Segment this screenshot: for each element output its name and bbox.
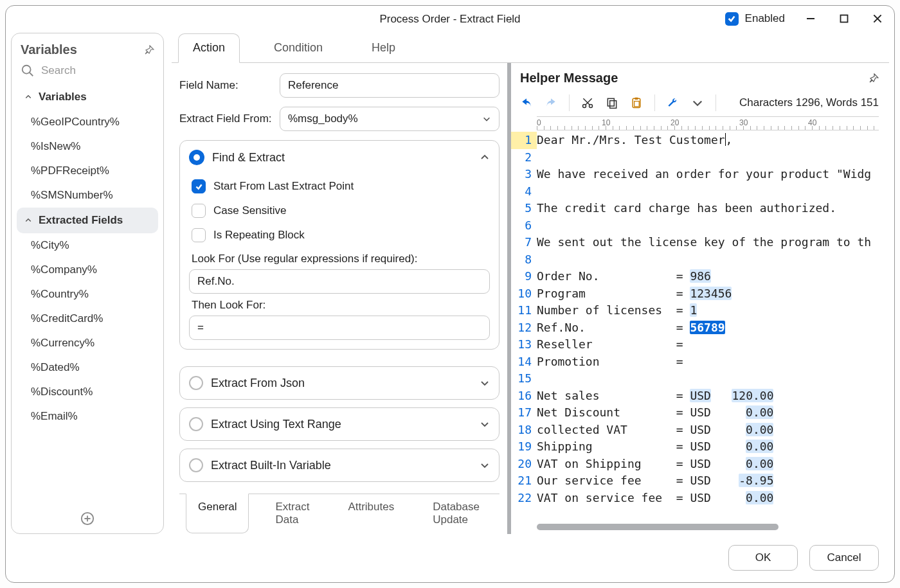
- editor-line[interactable]: 16Net sales = USD 120.00: [511, 388, 889, 405]
- chevron-down-icon: [482, 114, 491, 123]
- editor-line[interactable]: 12Ref.No. = 56789: [511, 319, 889, 337]
- action-form: Field Name: Reference Extract Field From…: [172, 63, 511, 534]
- editor-line[interactable]: 1Dear Mr./Mrs. Test Customer,: [511, 132, 889, 149]
- ok-button[interactable]: OK: [728, 545, 798, 571]
- editor-line[interactable]: 3We have received an order for your prod…: [511, 166, 889, 183]
- window-title: Process Order - Extract Field: [379, 13, 520, 26]
- svg-line-5: [30, 73, 33, 76]
- editor-line[interactable]: 6: [511, 217, 889, 235]
- sidebar-item[interactable]: %SMSNumber%: [17, 183, 158, 208]
- checkbox-start-last[interactable]: [192, 179, 206, 193]
- sidebar-item[interactable]: %City%: [17, 233, 158, 258]
- sidebar-item[interactable]: %GeoIPCountry%: [17, 110, 158, 134]
- wrench-icon[interactable]: [667, 96, 680, 109]
- collapsed-section[interactable]: Extract Using Text Range: [179, 407, 500, 441]
- chevron-down-icon: [480, 460, 490, 470]
- bottom-tab[interactable]: General: [186, 494, 249, 533]
- editor-line[interactable]: 17Net Discount = USD 0.00: [511, 404, 889, 422]
- editor-line[interactable]: 18collected VAT = USD 0.00: [511, 422, 889, 439]
- tab[interactable]: Action: [178, 33, 240, 63]
- redo-icon[interactable]: [544, 96, 557, 109]
- editor-line[interactable]: 5The credit card charge has been authori…: [511, 200, 889, 217]
- svg-rect-17: [634, 102, 640, 107]
- checkbox-repeating[interactable]: [192, 228, 206, 242]
- minimize-icon[interactable]: [803, 11, 818, 26]
- paste-icon[interactable]: [630, 96, 643, 109]
- editor-line[interactable]: 13Reseller =: [511, 336, 889, 353]
- section-title: Find & Extract: [212, 151, 285, 165]
- editor-line[interactable]: 21Our service fee = USD -8.95: [511, 472, 889, 490]
- undo-icon[interactable]: [520, 96, 533, 109]
- editor-line[interactable]: 9Order No. = 986: [511, 268, 889, 285]
- pin-icon[interactable]: [144, 45, 154, 55]
- add-icon[interactable]: [80, 512, 94, 526]
- radio-option[interactable]: [189, 417, 203, 431]
- chevron-down-icon[interactable]: [691, 96, 704, 109]
- search-placeholder: Search: [41, 64, 76, 77]
- horizontal-scrollbar[interactable]: [537, 524, 779, 530]
- svg-point-4: [22, 66, 31, 74]
- case-sensitive-label: Case Sensitive: [213, 204, 286, 217]
- collapsed-section[interactable]: Extract From Json: [179, 366, 500, 400]
- section-find-extract: Find & Extract Start From Last Extract P…: [179, 140, 500, 350]
- bottom-tab[interactable]: Database Update: [420, 494, 493, 533]
- editor-line[interactable]: 14Promotion =: [511, 353, 889, 371]
- sidebar-item[interactable]: %Dated%: [17, 355, 158, 380]
- tab[interactable]: Help: [357, 33, 410, 63]
- helper-editor[interactable]: 1Dear Mr./Mrs. Test Customer,23We have r…: [511, 130, 889, 521]
- field-name-input[interactable]: Reference: [280, 73, 500, 98]
- helper-title: Helper Message: [520, 71, 618, 85]
- svg-rect-13: [608, 98, 614, 106]
- helper-panel: Helper Message Characte: [511, 63, 889, 534]
- copy-icon[interactable]: [606, 96, 618, 109]
- extract-from-select[interactable]: %msg_body%: [280, 107, 500, 131]
- pin-icon[interactable]: [869, 73, 879, 84]
- svg-rect-1: [841, 15, 848, 22]
- editor-line[interactable]: 7We sent out the license key of the prog…: [511, 234, 889, 251]
- editor-line[interactable]: 15: [511, 370, 889, 388]
- sidebar-item[interactable]: %Company%: [17, 258, 158, 282]
- tab[interactable]: Condition: [259, 33, 338, 63]
- bottom-tab[interactable]: Attributes: [336, 494, 406, 533]
- close-icon[interactable]: [870, 11, 885, 26]
- editor-line[interactable]: 20VAT on Shipping = USD 0.00: [511, 456, 889, 473]
- maximize-icon[interactable]: [836, 11, 852, 26]
- repeating-label: Is Repeating Block: [213, 229, 305, 242]
- enabled-toggle[interactable]: Enabled: [725, 12, 785, 26]
- collapsed-section[interactable]: Extract Built-In Variable: [179, 449, 500, 482]
- sidebar-item[interactable]: %PDFReceipt%: [17, 159, 158, 183]
- look-for-input[interactable]: Ref.No.: [189, 269, 490, 294]
- sidebar-group[interactable]: Variables: [17, 84, 158, 110]
- sidebar-item[interactable]: %Email%: [17, 404, 158, 429]
- sidebar-group[interactable]: Extracted Fields: [17, 208, 158, 233]
- editor-line[interactable]: 22VAT on service fee = USD 0.00: [511, 490, 889, 507]
- sidebar-item[interactable]: %Currency%: [17, 331, 158, 355]
- editor-line[interactable]: 10Program = 123456: [511, 285, 889, 303]
- sidebar-item[interactable]: %CreditCard%: [17, 307, 158, 331]
- sidebar-item[interactable]: %Discount%: [17, 380, 158, 404]
- helper-status: Characters 1296, Words 151: [739, 96, 879, 109]
- chevron-up-icon[interactable]: [480, 152, 490, 163]
- radio-find-extract[interactable]: [189, 150, 204, 165]
- radio-option[interactable]: [189, 376, 203, 390]
- search-input[interactable]: Search: [21, 64, 154, 78]
- checkbox-case-sensitive[interactable]: [192, 204, 206, 218]
- then-look-label: Then Look For:: [189, 294, 490, 316]
- sidebar-variables: Variables Search Variables%GeoIPCountry%…: [11, 33, 164, 534]
- editor-line[interactable]: 2: [511, 149, 889, 166]
- editor-line[interactable]: 11Number of licenses = 1: [511, 302, 889, 319]
- editor-line[interactable]: 4: [511, 183, 889, 200]
- then-look-input[interactable]: =: [189, 316, 490, 340]
- cut-icon[interactable]: [581, 96, 594, 109]
- extract-from-label: Extract Field From:: [179, 112, 274, 125]
- bottom-tab[interactable]: Extract Data: [263, 494, 321, 533]
- editor-line[interactable]: 19Shipping = USD 0.00: [511, 438, 889, 456]
- chevron-down-icon: [480, 419, 490, 429]
- radio-option[interactable]: [189, 458, 203, 472]
- look-for-label: Look For (Use regular expressions if req…: [189, 247, 490, 269]
- sidebar-item[interactable]: %Country%: [17, 282, 158, 307]
- sidebar-item[interactable]: %IsNew%: [17, 134, 158, 159]
- editor-line[interactable]: 8: [511, 251, 889, 269]
- cancel-button[interactable]: Cancel: [809, 545, 879, 571]
- start-last-label: Start From Last Extract Point: [213, 180, 354, 193]
